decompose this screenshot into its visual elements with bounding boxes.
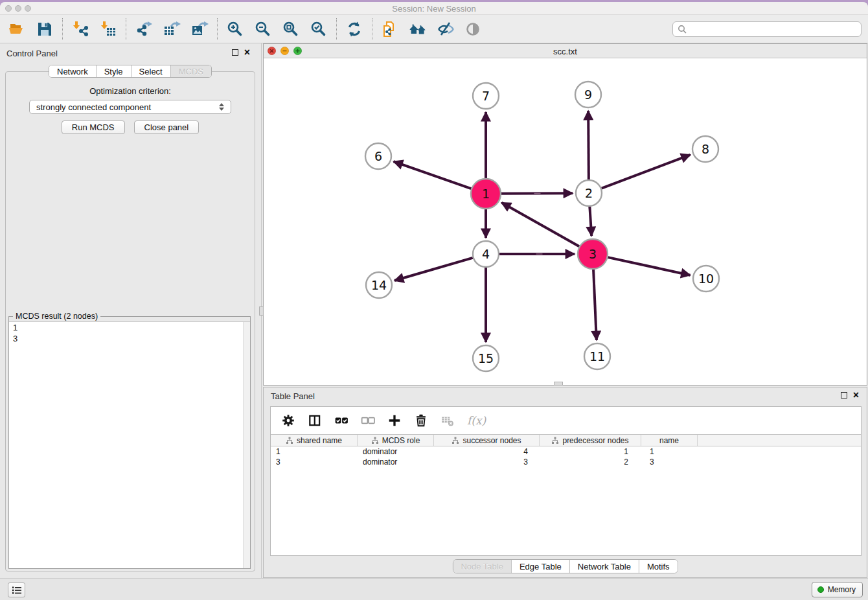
network-graph[interactable]: 7968124314101511 <box>264 58 867 385</box>
import-network-icon[interactable] <box>71 20 89 38</box>
memory-button[interactable]: Memory <box>812 582 863 597</box>
table-panel-tabs: Node Table Edge Table Network Table Moti… <box>452 559 678 573</box>
save-session-icon[interactable] <box>36 20 54 38</box>
import-table-icon[interactable] <box>99 20 117 38</box>
network-window: scc.txt 7968124314101511 <box>263 43 867 386</box>
settings-gear-icon[interactable] <box>281 413 295 428</box>
graph-node-label: 11 <box>589 349 605 363</box>
table-row[interactable]: 1 dominator 4 1 1 <box>271 446 861 457</box>
export-table-icon[interactable] <box>163 20 181 38</box>
add-column-icon[interactable] <box>387 413 402 428</box>
export-network-icon[interactable] <box>135 20 153 38</box>
table-header-row: shared name MCDS role successor nodes pr… <box>271 434 861 446</box>
graph-edge-3-10[interactable] <box>608 257 690 275</box>
graph-edge-2-8[interactable] <box>602 155 691 189</box>
tab-edge-table[interactable]: Edge Table <box>511 560 569 573</box>
cell-predecessor-nodes: 2 <box>540 457 641 467</box>
mcds-result-textarea[interactable]: 1 3 <box>9 321 250 568</box>
show-column-icon[interactable] <box>308 413 322 428</box>
task-history-button[interactable] <box>8 583 25 597</box>
graph-node-label: 14 <box>371 278 387 292</box>
mcds-result-title: MCDS result (2 nodes) <box>13 312 100 321</box>
close-panel-icon[interactable]: × <box>244 49 250 56</box>
zoom-out-icon[interactable] <box>254 20 272 38</box>
new-network-from-selection-icon[interactable] <box>381 20 399 38</box>
float-table-panel-icon[interactable] <box>841 392 847 398</box>
graph-node-label: 10 <box>698 271 714 286</box>
network-window-titlebar[interactable]: scc.txt <box>264 44 867 58</box>
window-title: Session: New Session <box>0 4 868 14</box>
birds-eye-view-icon[interactable] <box>464 20 483 38</box>
search-icon <box>678 25 687 34</box>
run-mcds-button[interactable]: Run MCDS <box>62 121 125 134</box>
table-panel-title: Table Panel <box>271 391 315 401</box>
graph-node-label: 7 <box>482 89 490 103</box>
column-header-predecessor-nodes[interactable]: predecessor nodes <box>540 435 641 446</box>
vertical-splitter-handle[interactable] <box>259 306 264 316</box>
column-type-icon <box>551 437 559 444</box>
graph-edge-3-11[interactable] <box>593 270 597 340</box>
result-scrollbar[interactable] <box>243 322 250 568</box>
graph-node-label: 2 <box>585 186 593 200</box>
select-chevrons-icon <box>219 103 224 111</box>
tab-motifs[interactable]: Motifs <box>639 560 678 573</box>
hide-graphics-details-icon[interactable] <box>437 20 455 38</box>
node-table-container: f(x) shared name MCDS role successor nod… <box>270 406 862 556</box>
column-type-icon <box>371 437 379 444</box>
export-image-icon[interactable] <box>190 20 209 38</box>
graph-node-label: 9 <box>584 87 592 102</box>
control-panel: Control Panel × Network Style Select MCD… <box>0 43 260 578</box>
optimization-criterion-label: Optimization criterion: <box>6 86 255 96</box>
cell-successor-nodes: 4 <box>434 447 540 456</box>
optimization-criterion-value: strongly connected component <box>36 102 151 112</box>
network-canvas[interactable]: 7968124314101511 <box>264 58 867 385</box>
close-panel-button[interactable]: Close panel <box>134 121 200 134</box>
table-row[interactable]: 3 dominator 3 2 3 <box>271 457 861 467</box>
toolbar-separator <box>372 18 372 40</box>
column-type-icon <box>451 437 459 444</box>
tab-select[interactable]: Select <box>131 65 170 77</box>
cell-successor-nodes: 3 <box>434 457 540 467</box>
column-header-successor-nodes[interactable]: successor nodes <box>434 435 540 446</box>
control-panel-tabs: Network Style Select MCDS <box>49 65 212 78</box>
deselect-all-icon[interactable] <box>361 413 375 428</box>
column-header-mcds-role[interactable]: MCDS role <box>358 435 434 446</box>
graph-edge-2-3[interactable] <box>589 207 591 236</box>
cell-mcds-role: dominator <box>358 447 434 456</box>
graph-edge-2-9[interactable] <box>588 111 589 179</box>
graph-node-label: 1 <box>482 187 490 201</box>
tab-node-table[interactable]: Node Table <box>453 560 511 573</box>
search-input[interactable] <box>691 25 861 34</box>
float-panel-icon[interactable] <box>232 49 238 56</box>
memory-status-icon <box>817 586 824 593</box>
network-title: scc.txt <box>264 47 867 56</box>
optimization-criterion-select[interactable]: strongly connected component <box>29 100 231 114</box>
tab-network[interactable]: Network <box>49 65 96 77</box>
open-session-icon[interactable] <box>8 20 26 38</box>
close-table-panel-icon[interactable]: × <box>853 392 859 398</box>
graph-edge-1-6[interactable] <box>394 161 472 189</box>
zoom-in-icon[interactable] <box>226 20 244 38</box>
cybrowser-home-icon[interactable] <box>409 20 427 38</box>
horizontal-splitter-handle[interactable] <box>554 382 563 386</box>
select-all-icon[interactable] <box>334 413 348 428</box>
application-window: Session: New Session <box>0 2 868 600</box>
cell-mcds-role: dominator <box>358 457 434 467</box>
tab-mcds[interactable]: MCDS <box>170 65 211 77</box>
graph-edge-3-1[interactable] <box>501 203 579 246</box>
tab-network-table[interactable]: Network Table <box>569 560 639 573</box>
graph-node-label: 8 <box>702 142 709 156</box>
global-search-field[interactable] <box>672 21 862 37</box>
delete-column-icon[interactable] <box>414 413 428 428</box>
zoom-fit-icon[interactable] <box>282 20 300 38</box>
graph-edge-4-14[interactable] <box>394 258 473 281</box>
delete-table-icon <box>440 413 455 428</box>
column-header-shared-name[interactable]: shared name <box>271 435 358 446</box>
main-toolbar <box>0 15 868 43</box>
zoom-selected-icon[interactable] <box>310 20 328 38</box>
column-header-name[interactable]: name <box>641 435 698 446</box>
mcds-panel: Optimization criterion: strongly connect… <box>5 71 255 571</box>
apply-layout-icon[interactable] <box>345 20 363 38</box>
cell-shared-name: 1 <box>271 447 358 456</box>
tab-style[interactable]: Style <box>96 65 131 77</box>
